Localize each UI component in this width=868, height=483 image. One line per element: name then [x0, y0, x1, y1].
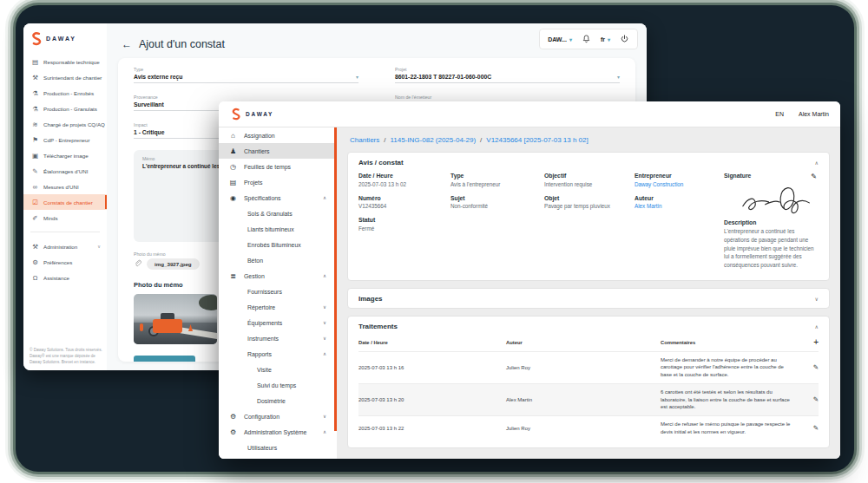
sidebar-item[interactable]: ✎ Étalonnages d'UNI [23, 163, 107, 179]
sidebar-item[interactable]: ✐ Minds [23, 210, 107, 225]
collapse-icon[interactable]: ∧ [815, 160, 819, 166]
sidebar-item[interactable]: ≋ Chargé de projets CQ/AQ [23, 116, 107, 132]
confirm-button[interactable]: CONFIRMER [134, 356, 195, 362]
cell-comment: Merci de refuser le mémo puisque le pava… [661, 421, 801, 435]
sidebar-item[interactable]: ⌂ Assignation [219, 127, 334, 143]
power-icon[interactable] [620, 34, 629, 44]
memo-photo-thumbnail[interactable] [134, 294, 217, 344]
field-value: Avis à l'entrepreneur [450, 181, 544, 187]
sidebar-item[interactable]: Répertoire ∨ [219, 299, 334, 315]
language-switch[interactable]: EN [775, 111, 784, 117]
sidebar-item[interactable]: Utilisateurs [219, 440, 334, 455]
copyright-text: © Daway Solutions. Tous droits réservés.… [30, 347, 102, 365]
sidebar-item-label: Répertoire [247, 304, 275, 310]
sidebar-item[interactable]: Équipements ∨ [219, 315, 334, 330]
sidebar-item[interactable]: ⚒ Administration ∨ [23, 238, 107, 254]
sidebar-item[interactable]: ⚗ Production - Enrobés [23, 85, 107, 101]
chevron-icon: ∧ [323, 429, 326, 434]
sidebar-item[interactable]: ⚑ CdP - Entrepreneur [23, 132, 107, 147]
daway-logo[interactable]: DAWAY [23, 23, 107, 54]
sidebar-item-label: Étalonnages d'UNI [43, 168, 88, 174]
projet-select[interactable]: Projet 8601-22-1803 T 80227-01-060-000C▾ [395, 67, 620, 83]
brand-text: DAWAY [46, 36, 76, 42]
sidebar-item[interactable]: Béton [219, 252, 334, 268]
sidebar-item[interactable]: ⚙ Préférences [23, 254, 107, 270]
sidebar-item[interactable]: ⚒ Surintendant de chantier [23, 69, 107, 85]
sidebar-item[interactable]: Sols & Granulats [219, 206, 334, 221]
worker-shape [140, 323, 143, 331]
sidebar-item[interactable]: Visite [219, 362, 334, 377]
sidebar-item[interactable]: ♟ Chantiers [219, 143, 334, 159]
sidebar-item[interactable]: ⚙ Configuration ∨ [219, 408, 334, 424]
bell-icon[interactable] [582, 34, 591, 44]
back-sidebar: DAWAY ▤ Responsable technique ⚒ Surinten… [23, 23, 108, 370]
chevron-icon: ∨ [323, 414, 326, 419]
edit-icon[interactable]: ✎ [801, 363, 819, 371]
cell-comment: Merci de demander à notre équipe de proc… [661, 356, 801, 379]
sidebar-item[interactable]: Suivi du temps [219, 377, 334, 393]
sidebar-item[interactable]: ⚙ Administration Système ∧ [219, 424, 334, 440]
attachment-chip[interactable]: img_3927.jpeg [147, 258, 200, 270]
chevron-icon: ∨ [323, 320, 326, 325]
edit-icon[interactable]: ✎ [801, 395, 819, 403]
edit-icon[interactable]: ✎ [811, 173, 817, 180]
avis-column-2: TypeAvis à l'entrepreneur SujetNon-confo… [450, 173, 544, 270]
sidebar-item[interactable]: Liants bitumineux [219, 221, 334, 237]
language-dropdown[interactable]: fr ▾ [601, 36, 610, 42]
sidebar-item[interactable]: Fournisseurs [219, 284, 334, 299]
sidebar-item[interactable]: ⚗ Production - Granulats [23, 101, 107, 116]
worker-icon: ♟ [228, 147, 238, 155]
crane-icon: ⚑ [31, 136, 39, 144]
back-arrow-icon[interactable]: ← [122, 38, 132, 50]
front-sidebar: ⌂ Assignation ♟ Chantiers ◷ Feuilles de … [219, 127, 334, 459]
field-value: 1 - Critique [134, 129, 165, 135]
sidebar-item[interactable]: Enrobés Bitumineux [219, 237, 334, 252]
orange-divider-bar [334, 127, 337, 431]
sidebar-item[interactable]: Instruments ∨ [219, 330, 334, 346]
edit-icon[interactable]: ✎ [801, 424, 819, 432]
sidebar-item-label: Chantiers [244, 148, 270, 154]
field-label: Type [134, 67, 358, 72]
avis-column-3: ObjectifIntervention requise ObjetPavage… [544, 173, 635, 270]
sidebar-item[interactable]: ∞ Mesures d'UNI [23, 179, 107, 194]
sidebar-item-label: Gestion [244, 273, 265, 279]
cell-comment: 6 carottes ont été testés et selon les r… [661, 388, 801, 411]
sidebar-item[interactable]: Dosimétrie [219, 393, 334, 408]
sidebar-item[interactable]: ◷ Feuilles de temps [219, 159, 334, 174]
sidebar-item-label: Assistance [43, 275, 69, 281]
sidebar-item[interactable]: ▣ Télécharger image [23, 147, 107, 163]
breadcrumb-link[interactable]: Chantiers [350, 136, 379, 144]
description-label: Description [724, 219, 819, 225]
signature-label: Signature [724, 173, 819, 179]
sidebar-item[interactable]: Rapports ∧ [219, 346, 334, 362]
sidebar-item-label: Dosimétrie [257, 398, 286, 404]
breadcrumb-link[interactable]: V12435664 [2025-07-03 13 h 02] [486, 136, 588, 144]
traitements-table: Date / Heure Auteur Commentaires + 2025-… [348, 336, 829, 448]
sidebar-item[interactable]: ≣ Gestion ∧ [219, 268, 334, 284]
front-main-content: Chantiers / 1145-ING-082 (2025-04-29) / … [337, 127, 840, 459]
type-select[interactable]: Type Avis externe reçu▾ [134, 67, 358, 83]
back-sidebar-list: ▤ Responsable technique ⚒ Surintendant d… [23, 54, 107, 225]
sidebar-item[interactable]: ☑ Constats de chantier [23, 194, 107, 210]
add-comment-icon[interactable]: + [801, 338, 819, 347]
account-dropdown[interactable]: DAW... ▾ [548, 36, 572, 42]
table-header: Date / Heure Auteur Commentaires + [358, 336, 819, 351]
breadcrumb-link[interactable]: 1145-ING-082 (2025-04-29) [390, 136, 476, 144]
sidebar-item[interactable]: ▤ Projets [219, 174, 334, 190]
sidebar-item-label: Sols & Granulats [247, 211, 293, 217]
cell-author: Julien Roy [506, 426, 661, 431]
sidebar-item[interactable]: ▤ Responsable technique [23, 54, 107, 69]
sidebar-item-label: Liants bitumineux [247, 226, 294, 232]
collapse-icon[interactable]: ∧ [815, 323, 819, 330]
expand-icon[interactable]: ∨ [815, 296, 819, 302]
daway-s-icon [30, 31, 43, 46]
sidebar-item[interactable]: ◉ Spécifications ∧ [219, 190, 334, 206]
list-icon: ≣ [228, 272, 238, 280]
field-value: Intervention requise [544, 181, 635, 187]
daway-s-icon [230, 108, 241, 121]
sidebar-item-label: Mesures d'UNI [43, 184, 79, 190]
user-menu[interactable]: Alex Martin [799, 111, 829, 117]
chevron-icon: ∨ [323, 304, 326, 310]
sidebar-item[interactable]: Ω Assistance [23, 270, 107, 285]
field-value: V12435664 [358, 203, 450, 209]
